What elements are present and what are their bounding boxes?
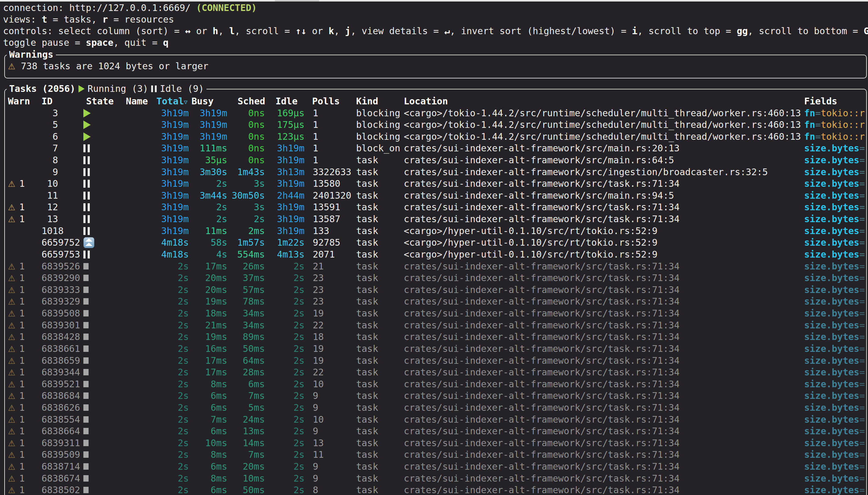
busy-duration: 8ms [194,449,227,461]
total-duration: 2s [155,284,189,296]
warn-count: 1 [19,177,25,189]
task-row[interactable]: 93h19m3m30s1m43s3h13m3322633taskcrates/s… [0,166,868,178]
task-fields: size.bytes= [804,319,865,331]
task-fields: size.bytes= [804,142,865,154]
sched-duration: 28ms [231,366,265,378]
task-row[interactable]: ⚠168392902s20ms37ms2s23taskcrates/sui-in… [0,272,868,284]
column-header-busy[interactable]: Busy [191,95,214,107]
column-header-kind[interactable]: Kind [356,95,378,107]
polls-count: 2071 [313,249,335,260]
task-row[interactable]: ⚠168386262s6ms5ms2s9taskcrates/sui-index… [0,402,868,413]
task-row[interactable]: ⚠1 103h19m2s3s3h19m13580taskcrates/sui-i… [0,177,868,189]
task-row[interactable]: ⚠168395212s8ms6ms2s10taskcrates/sui-inde… [0,378,868,390]
column-header-total[interactable]: Total▿ [156,95,187,107]
warn-count: 1 [19,402,25,413]
field-equals: = [859,202,865,212]
task-row[interactable]: 73h19m111ms0ns3h19m1block_oncrates/sui-i… [0,142,868,154]
task-id: 6838428 [41,331,80,343]
views-help-line: views: t = tasks, r = resources [3,13,174,25]
task-row[interactable]: ⚠168386742s8ms10ms2s9taskcrates/sui-inde… [0,473,868,484]
task-id: 6839508 [41,307,80,319]
task-row[interactable]: ⚠168395092s8ms7ms2s11taskcrates/sui-inde… [0,449,868,461]
task-row[interactable]: ⚠168385542s7ms24ms2s10taskcrates/sui-ind… [0,413,868,425]
warn-icon-cell: ⚠ [8,461,15,473]
column-header-fields[interactable]: Fields [804,95,837,107]
warning-icon: ⚠ [8,215,15,224]
field-key: size.bytes [804,143,859,154]
task-row[interactable]: 83h19m35µs0ns3h19m1taskcrates/sui-indexe… [0,154,868,166]
warning-icon: ⚠ [8,273,15,283]
column-header-name[interactable]: Name [126,95,148,107]
field-key: size.bytes [804,426,859,437]
task-kind: task [356,213,378,225]
task-row[interactable]: ⚠168393012s21ms34ms2s22taskcrates/sui-in… [0,319,868,331]
column-header-polls[interactable]: Polls [312,95,340,107]
task-location: crates/sui-indexer-alt-framework/src/tas… [404,402,680,413]
key-hint: l [229,25,235,36]
sched-duration: 3s [231,177,265,189]
task-row[interactable]: 33h19m3h19m0ns169µs1blocking<cargo>/toki… [0,107,868,119]
task-fields: size.bytes= [804,366,865,378]
warning-text [15,61,21,71]
task-row[interactable]: ⚠168393442s17ms28ms2s22taskcrates/sui-in… [0,366,868,378]
task-fields: size.bytes= [804,437,865,449]
connection-line: connection: http://127.0.0.1:6669/ (CONN… [3,2,257,14]
polls-count: 9 [313,473,318,484]
task-row[interactable]: ⚠168395262s17ms26ms2s21taskcrates/sui-in… [0,260,868,272]
task-row[interactable]: ⚠168386842s6ms7ms2s9taskcrates/sui-index… [0,390,868,402]
task-kind: task [356,249,378,260]
busy-duration: 6ms [194,425,227,437]
task-state [83,366,88,378]
task-row[interactable]: ⚠168393292s19ms78ms2s23taskcrates/sui-in… [0,295,868,307]
task-state [83,131,91,142]
column-header-warn[interactable]: Warn [8,95,30,107]
task-row[interactable]: ⚠168395082s18ms34ms2s19taskcrates/sui-in… [0,307,868,319]
field-key: size.bytes [804,237,859,248]
state-idle-icon [83,251,90,258]
task-row[interactable]: 113h19m3m44s30m50s2h44m2401320taskcrates… [0,189,868,201]
warn-icon-cell: ⚠ [8,378,15,390]
warn-count: 1 [19,449,25,461]
sched-duration: 1m57s [231,237,265,249]
field-key: size.bytes [804,190,859,201]
column-header-sched[interactable]: Sched [238,95,265,107]
idle-duration: 2s [271,284,304,296]
task-fields: size.bytes= [804,413,865,425]
task-fields: size.bytes= [804,425,865,437]
task-row[interactable]: 63h19m3h19m0ns123µs1blocking<cargo>/toki… [0,131,868,142]
task-row[interactable]: ⚠168386592s17ms64ms2s19taskcrates/sui-in… [0,355,868,366]
warning-icon: ⚠ [8,356,15,365]
task-row[interactable]: ⚠168386612s16ms50ms2s19taskcrates/sui-in… [0,343,868,355]
task-row[interactable]: 10183h19m11ms2ms3h19m133task<cargo>/hype… [0,225,868,237]
field-key: size.bytes [804,379,859,389]
key-hint: G [864,25,868,36]
column-header-id[interactable]: ID [41,95,52,107]
state-completed-icon [83,369,88,375]
field-key: size.bytes [804,320,859,330]
task-row[interactable]: ⚠168393332s20ms57ms2s23taskcrates/sui-in… [0,284,868,296]
task-fields: fn=tokio::r [804,131,865,142]
sched-duration: 34ms [231,307,265,319]
column-header-idle[interactable]: Idle [276,95,298,107]
sched-duration: 20ms [231,461,265,473]
task-row[interactable]: 66597534m18s4s554ms4m13s2071task<cargo>/… [0,249,868,260]
warn-count: 1 [19,484,25,495]
total-duration: 3h19m [155,119,189,131]
task-row[interactable]: ⚠168386642s6ms13ms2s9taskcrates/sui-inde… [0,425,868,437]
task-row[interactable]: 53h19m3h19m0ns175µs1blocking<cargo>/toki… [0,119,868,131]
task-row[interactable]: ⚠168385022s6ms50ms2s8taskcrates/sui-inde… [0,484,868,495]
task-row[interactable]: ⚠1 133h19m2s2s3h19m13587taskcrates/sui-i… [0,213,868,225]
key-hint: i [632,25,637,36]
task-fields: size.bytes= [804,484,865,495]
task-kind: task [356,461,378,473]
task-row[interactable]: ⚠168387142s6ms20ms2s9taskcrates/sui-inde… [0,461,868,473]
column-header-state[interactable]: State [86,95,114,107]
task-row[interactable]: ⚠1 123h19m2s3s3h19m13591taskcrates/sui-i… [0,201,868,213]
task-fields: size.bytes= [804,390,865,402]
state-idle-icon [83,156,90,164]
task-row[interactable]: ⚠168393112s10ms14ms2s13taskcrates/sui-in… [0,437,868,449]
task-row[interactable]: ⚠168384282s19ms89ms2s18taskcrates/sui-in… [0,331,868,343]
column-header-location[interactable]: Location [404,95,448,107]
task-row[interactable]: 66597524m18s58s1m57s1m22s92785task<cargo… [0,237,868,249]
polls-count: 23 [313,272,324,284]
